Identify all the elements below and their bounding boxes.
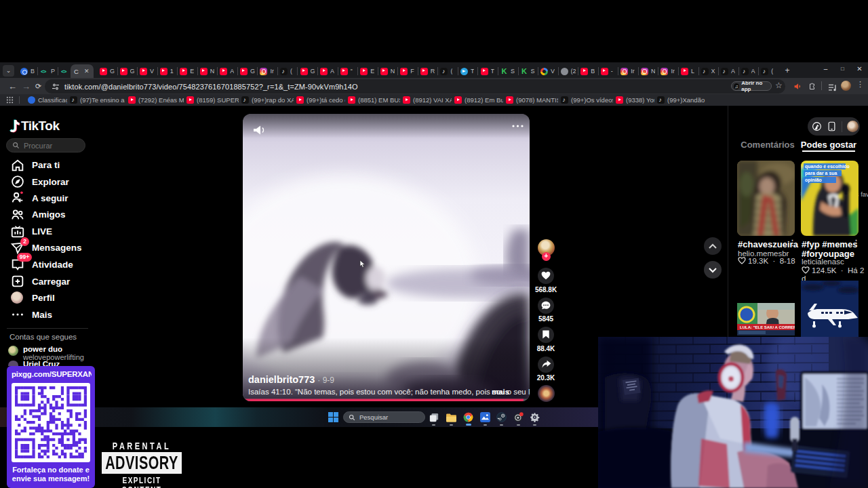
- svg-text:opinião: opinião: [805, 178, 822, 183]
- svg-text:LULA: "ELE SAIU A CORRER COM T: LULA: "ELE SAIU A CORRER COM TODO MU: [740, 325, 795, 329]
- svg-text:TikTok: TikTok: [21, 119, 60, 133]
- svg-text:quando é escolhido: quando é escolhido: [805, 164, 850, 169]
- svg-text:Isaías 41:10. “Não temas, pois: Isaías 41:10. “Não temas, pois estou com…: [248, 388, 530, 396]
- svg-text:mais: mais: [492, 388, 509, 396]
- svg-text:danielbrito773 · 9-9: danielbrito773 · 9-9: [248, 374, 334, 385]
- svg-text:para dar a sua: para dar a sua: [805, 171, 837, 176]
